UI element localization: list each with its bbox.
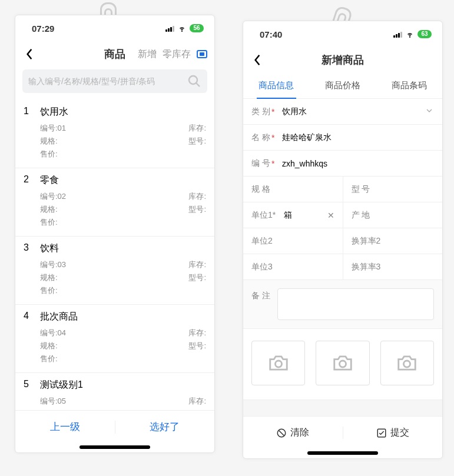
unit2-row: 单位2 换算率2 <box>243 228 442 254</box>
origin-cell[interactable]: 产 地 <box>343 202 443 228</box>
status-time: 07:29 <box>32 24 54 34</box>
unit3-cell[interactable]: 单位3 <box>243 254 343 279</box>
item-stock: 库存: <box>188 190 206 203</box>
item-stock: 库存: <box>188 327 206 339</box>
name-value: 娃哈哈矿泉水 <box>282 132 434 143</box>
page-title: 商品 <box>104 47 125 61</box>
photo-slot-1[interactable] <box>251 341 305 385</box>
product-list[interactable]: 1饮用水编号:01库存:规格:型号:售价:2零食编号:02库存:规格:型号:售价… <box>15 100 214 410</box>
battery-icon: 63 <box>417 30 432 38</box>
list-item[interactable]: 1饮用水编号:01库存:规格:型号:售价: <box>15 100 214 168</box>
item-stock: 库存: <box>188 395 206 408</box>
svg-point-3 <box>404 361 410 367</box>
phone-add-product: 07:40 63 新增商品 商品信息商品价格商品条码 类 别* 饮用水 名 称* <box>243 21 443 459</box>
list-item[interactable]: 4批次商品编号:04库存:规格:型号:售价: <box>15 305 214 373</box>
unit1-row: 单位1* 箱 ✕ 产 地 <box>243 202 442 228</box>
status-indicators: 56 <box>165 24 204 32</box>
item-index: 1 <box>24 106 32 118</box>
nav-bar: 商品 新增 零库存 <box>15 41 214 67</box>
tab-bar: 商品信息商品价格商品条码 <box>243 73 442 99</box>
item-model: 型号: <box>188 271 206 284</box>
prev-level-button[interactable]: 上一级 <box>15 420 115 434</box>
item-code: 编号:03 <box>40 258 66 271</box>
battery-icon: 56 <box>190 24 204 32</box>
rate3-label: 换算率3 <box>352 262 381 272</box>
spec-cell[interactable]: 规 格 <box>243 177 343 202</box>
search-box[interactable] <box>22 69 207 93</box>
category-row[interactable]: 类 别* 饮用水 <box>243 99 442 125</box>
list-item[interactable]: 5测试级别1编号:05库存:规格:型号:售价: <box>15 373 214 410</box>
name-row[interactable]: 名 称* 娃哈哈矿泉水 <box>243 125 442 151</box>
required-icon: * <box>271 107 274 116</box>
wifi-icon <box>178 24 186 32</box>
clear-icon[interactable]: ✕ <box>327 211 334 220</box>
item-name: 测试级别1 <box>40 379 83 391</box>
battery-level: 63 <box>417 30 432 38</box>
back-button[interactable] <box>250 53 264 67</box>
tab[interactable]: 商品价格 <box>310 73 376 98</box>
item-name: 饮用水 <box>40 106 68 118</box>
item-price: 售价: <box>40 352 64 365</box>
product-form: 类 别* 饮用水 名 称* 娃哈哈矿泉水 编 号* zxh_whhkqs 规 格… <box>243 99 442 400</box>
required-icon: * <box>273 210 276 219</box>
photo-row <box>243 329 442 400</box>
item-name: 批次商品 <box>40 311 78 323</box>
nav-bar: 新增商品 <box>243 47 442 73</box>
scan-icon[interactable] <box>197 50 207 58</box>
spacer <box>243 400 442 416</box>
model-cell[interactable]: 型 号 <box>343 177 443 202</box>
nav-zerostock-button[interactable]: 零库存 <box>163 48 191 61</box>
item-index: 5 <box>24 379 32 391</box>
item-model: 型号: <box>188 135 206 148</box>
item-spec: 规格: <box>40 339 64 352</box>
footer-bar: 上一级 选好了 <box>15 410 214 443</box>
category-value: 饮用水 <box>282 106 425 117</box>
spec-label: 规 格 <box>251 184 270 195</box>
unit3-row: 单位3 换算率3 <box>243 254 442 280</box>
home-indicator <box>79 445 150 449</box>
svg-point-2 <box>339 361 346 367</box>
cancel-icon <box>276 428 287 438</box>
remark-label: 备 注 <box>251 288 270 301</box>
done-button[interactable]: 选好了 <box>115 420 215 434</box>
rate3-cell[interactable]: 换算率3 <box>343 254 443 279</box>
rate2-cell[interactable]: 换算率2 <box>343 228 443 254</box>
item-spec: 规格: <box>40 135 64 148</box>
back-button[interactable] <box>22 47 37 61</box>
unit2-cell[interactable]: 单位2 <box>243 228 343 254</box>
clear-button[interactable]: 清除 <box>243 427 343 439</box>
submit-button[interactable]: 提交 <box>343 427 443 439</box>
code-row[interactable]: 编 号* zxh_whhkqs <box>243 151 442 177</box>
item-index: 3 <box>24 242 32 255</box>
item-name: 饮料 <box>40 242 59 255</box>
svg-point-1 <box>275 361 281 367</box>
unit1-label: 单位1 <box>251 210 273 219</box>
check-icon <box>376 428 387 438</box>
cell-signal-icon <box>393 31 402 38</box>
item-code: 编号:04 <box>40 327 66 339</box>
rate2-label: 换算率2 <box>352 236 381 247</box>
photo-slot-2[interactable] <box>316 341 369 385</box>
unit1-cell[interactable]: 单位1* 箱 ✕ <box>243 202 343 228</box>
remark-row: 备 注 <box>243 280 442 329</box>
photo-slot-3[interactable] <box>380 341 434 385</box>
nav-add-button[interactable]: 新增 <box>138 48 157 61</box>
status-bar: 07:29 56 <box>15 15 214 41</box>
category-label: 类 别 <box>251 106 270 117</box>
origin-label: 产 地 <box>352 210 370 221</box>
list-item[interactable]: 2零食编号:02库存:规格:型号:售价: <box>15 168 214 237</box>
item-model: 型号: <box>188 339 206 352</box>
cell-signal-icon <box>165 25 174 32</box>
search-input[interactable] <box>28 76 187 86</box>
unit1-value: 箱 <box>284 210 292 221</box>
remark-textarea[interactable] <box>277 288 434 320</box>
unit3-label: 单位3 <box>251 262 273 272</box>
tab[interactable]: 商品条码 <box>376 73 442 98</box>
tab[interactable]: 商品信息 <box>243 73 310 98</box>
item-code: 编号:01 <box>40 122 66 135</box>
code-label: 编 号 <box>251 158 270 169</box>
item-price: 售价: <box>40 284 64 297</box>
item-code: 编号:02 <box>40 190 66 203</box>
list-item[interactable]: 3饮料编号:03库存:规格:型号:售价: <box>15 237 214 305</box>
item-index: 2 <box>24 174 32 187</box>
